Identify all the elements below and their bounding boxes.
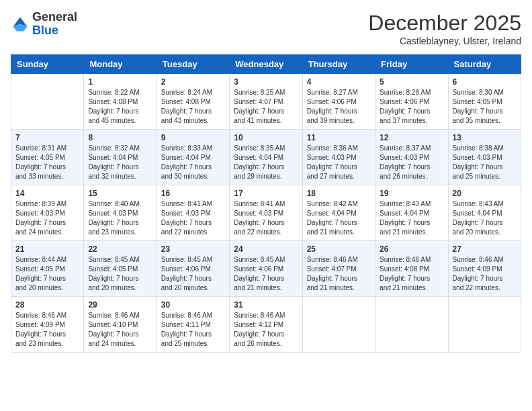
day-number: 3 <box>234 77 298 87</box>
day-content: Sunrise: 8:46 AM Sunset: 4:10 PM Dayligh… <box>88 311 152 349</box>
day-content: Sunrise: 8:25 AM Sunset: 4:07 PM Dayligh… <box>234 88 298 126</box>
day-number: 11 <box>307 133 371 142</box>
day-number: 15 <box>88 189 152 198</box>
calendar-cell: 19Sunrise: 8:43 AM Sunset: 4:04 PM Dayli… <box>375 185 448 241</box>
location: Castleblayney, Ulster, Ireland <box>368 36 521 46</box>
calendar-cell <box>375 297 448 353</box>
day-number: 26 <box>380 244 443 254</box>
calendar-cell: 13Sunrise: 8:38 AM Sunset: 4:03 PM Dayli… <box>448 130 521 185</box>
day-number: 16 <box>161 189 225 198</box>
calendar-cell: 14Sunrise: 8:39 AM Sunset: 4:03 PM Dayli… <box>11 185 84 241</box>
calendar-cell: 1Sunrise: 8:22 AM Sunset: 4:08 PM Daylig… <box>84 74 157 130</box>
calendar-cell: 10Sunrise: 8:35 AM Sunset: 4:04 PM Dayli… <box>230 130 302 185</box>
calendar-cell: 26Sunrise: 8:46 AM Sunset: 4:08 PM Dayli… <box>375 241 448 297</box>
calendar-cell: 7Sunrise: 8:31 AM Sunset: 4:05 PM Daylig… <box>11 130 84 185</box>
calendar-cell: 23Sunrise: 8:45 AM Sunset: 4:06 PM Dayli… <box>157 241 229 297</box>
calendar-cell: 9Sunrise: 8:33 AM Sunset: 4:04 PM Daylig… <box>157 130 229 185</box>
day-content: Sunrise: 8:37 AM Sunset: 4:03 PM Dayligh… <box>380 144 443 181</box>
calendar-cell: 31Sunrise: 8:46 AM Sunset: 4:12 PM Dayli… <box>230 297 302 353</box>
day-content: Sunrise: 8:35 AM Sunset: 4:04 PM Dayligh… <box>234 144 298 181</box>
day-content: Sunrise: 8:44 AM Sunset: 4:05 PM Dayligh… <box>15 255 79 293</box>
day-number: 27 <box>453 244 517 254</box>
calendar-cell: 6Sunrise: 8:30 AM Sunset: 4:05 PM Daylig… <box>448 74 521 130</box>
title-block: December 2025 Castleblayney, Ulster, Ire… <box>368 11 521 46</box>
calendar-day-header: Saturday <box>448 55 521 74</box>
day-number: 12 <box>380 133 443 142</box>
day-number: 24 <box>234 244 298 254</box>
day-content: Sunrise: 8:27 AM Sunset: 4:06 PM Dayligh… <box>307 88 371 126</box>
calendar-cell: 17Sunrise: 8:41 AM Sunset: 4:03 PM Dayli… <box>230 185 302 241</box>
day-content: Sunrise: 8:46 AM Sunset: 4:08 PM Dayligh… <box>380 255 443 293</box>
day-content: Sunrise: 8:43 AM Sunset: 4:04 PM Dayligh… <box>380 199 443 237</box>
calendar-cell: 27Sunrise: 8:46 AM Sunset: 4:09 PM Dayli… <box>448 241 521 297</box>
calendar-cell: 21Sunrise: 8:44 AM Sunset: 4:05 PM Dayli… <box>11 241 84 297</box>
calendar-cell: 22Sunrise: 8:45 AM Sunset: 4:05 PM Dayli… <box>84 241 157 297</box>
day-number: 6 <box>453 77 517 87</box>
logo-text: General Blue <box>32 11 77 38</box>
day-number: 7 <box>15 133 79 142</box>
calendar-header-row: SundayMondayTuesdayWednesdayThursdayFrid… <box>11 55 521 74</box>
calendar-week-row: 21Sunrise: 8:44 AM Sunset: 4:05 PM Dayli… <box>11 241 521 297</box>
day-content: Sunrise: 8:33 AM Sunset: 4:04 PM Dayligh… <box>161 144 225 181</box>
calendar-cell <box>302 297 375 353</box>
day-number: 8 <box>88 133 152 142</box>
day-content: Sunrise: 8:31 AM Sunset: 4:05 PM Dayligh… <box>15 144 79 181</box>
day-content: Sunrise: 8:43 AM Sunset: 4:04 PM Dayligh… <box>453 199 517 237</box>
calendar-day-header: Friday <box>375 55 448 74</box>
calendar-cell <box>11 74 84 130</box>
calendar-cell <box>448 297 521 353</box>
calendar-week-row: 14Sunrise: 8:39 AM Sunset: 4:03 PM Dayli… <box>11 185 521 241</box>
day-content: Sunrise: 8:30 AM Sunset: 4:05 PM Dayligh… <box>453 88 517 126</box>
day-content: Sunrise: 8:46 AM Sunset: 4:09 PM Dayligh… <box>15 311 79 349</box>
day-number: 4 <box>307 77 371 87</box>
day-number: 2 <box>161 77 225 87</box>
day-content: Sunrise: 8:46 AM Sunset: 4:07 PM Dayligh… <box>307 255 371 293</box>
calendar-cell: 2Sunrise: 8:24 AM Sunset: 4:08 PM Daylig… <box>157 74 229 130</box>
day-number: 29 <box>88 300 152 310</box>
calendar-week-row: 7Sunrise: 8:31 AM Sunset: 4:05 PM Daylig… <box>11 130 521 185</box>
day-number: 28 <box>15 300 79 310</box>
day-content: Sunrise: 8:46 AM Sunset: 4:12 PM Dayligh… <box>234 311 298 349</box>
day-content: Sunrise: 8:22 AM Sunset: 4:08 PM Dayligh… <box>88 88 152 126</box>
calendar-cell: 20Sunrise: 8:43 AM Sunset: 4:04 PM Dayli… <box>448 185 521 241</box>
day-number: 21 <box>15 244 79 254</box>
calendar-cell: 11Sunrise: 8:36 AM Sunset: 4:03 PM Dayli… <box>302 130 375 185</box>
calendar-cell: 25Sunrise: 8:46 AM Sunset: 4:07 PM Dayli… <box>302 241 375 297</box>
calendar-day-header: Tuesday <box>157 55 229 74</box>
day-content: Sunrise: 8:46 AM Sunset: 4:11 PM Dayligh… <box>161 311 225 349</box>
day-number: 10 <box>234 133 298 142</box>
calendar-week-row: 1Sunrise: 8:22 AM Sunset: 4:08 PM Daylig… <box>11 74 521 130</box>
day-number: 9 <box>161 133 225 142</box>
day-number: 25 <box>307 244 371 254</box>
day-content: Sunrise: 8:41 AM Sunset: 4:03 PM Dayligh… <box>161 199 225 237</box>
day-content: Sunrise: 8:45 AM Sunset: 4:06 PM Dayligh… <box>234 255 298 293</box>
calendar-day-header: Monday <box>84 55 157 74</box>
calendar-cell: 3Sunrise: 8:25 AM Sunset: 4:07 PM Daylig… <box>230 74 302 130</box>
day-number: 18 <box>307 189 371 198</box>
calendar-cell: 15Sunrise: 8:40 AM Sunset: 4:03 PM Dayli… <box>84 185 157 241</box>
day-number: 5 <box>380 77 443 87</box>
logo-blue: Blue <box>32 24 58 37</box>
calendar-cell: 24Sunrise: 8:45 AM Sunset: 4:06 PM Dayli… <box>230 241 302 297</box>
logo-general: General <box>32 10 77 24</box>
day-content: Sunrise: 8:45 AM Sunset: 4:06 PM Dayligh… <box>161 255 225 293</box>
day-number: 31 <box>234 300 298 310</box>
calendar-week-row: 28Sunrise: 8:46 AM Sunset: 4:09 PM Dayli… <box>11 297 521 353</box>
calendar-cell: 30Sunrise: 8:46 AM Sunset: 4:11 PM Dayli… <box>157 297 229 353</box>
calendar-cell: 4Sunrise: 8:27 AM Sunset: 4:06 PM Daylig… <box>302 74 375 130</box>
day-content: Sunrise: 8:28 AM Sunset: 4:06 PM Dayligh… <box>380 88 443 126</box>
calendar-cell: 16Sunrise: 8:41 AM Sunset: 4:03 PM Dayli… <box>157 185 229 241</box>
day-number: 1 <box>88 77 152 87</box>
calendar-cell: 29Sunrise: 8:46 AM Sunset: 4:10 PM Dayli… <box>84 297 157 353</box>
day-number: 30 <box>161 300 225 310</box>
day-content: Sunrise: 8:41 AM Sunset: 4:03 PM Dayligh… <box>234 199 298 237</box>
calendar-cell: 28Sunrise: 8:46 AM Sunset: 4:09 PM Dayli… <box>11 297 84 353</box>
day-number: 14 <box>15 189 79 198</box>
day-content: Sunrise: 8:24 AM Sunset: 4:08 PM Dayligh… <box>161 88 225 126</box>
day-number: 17 <box>234 189 298 198</box>
page-header: General Blue December 2025 Castleblayney… <box>11 11 521 46</box>
day-number: 22 <box>88 244 152 254</box>
day-content: Sunrise: 8:32 AM Sunset: 4:04 PM Dayligh… <box>88 144 152 181</box>
day-content: Sunrise: 8:46 AM Sunset: 4:09 PM Dayligh… <box>453 255 517 293</box>
month-title: December 2025 <box>368 11 521 36</box>
